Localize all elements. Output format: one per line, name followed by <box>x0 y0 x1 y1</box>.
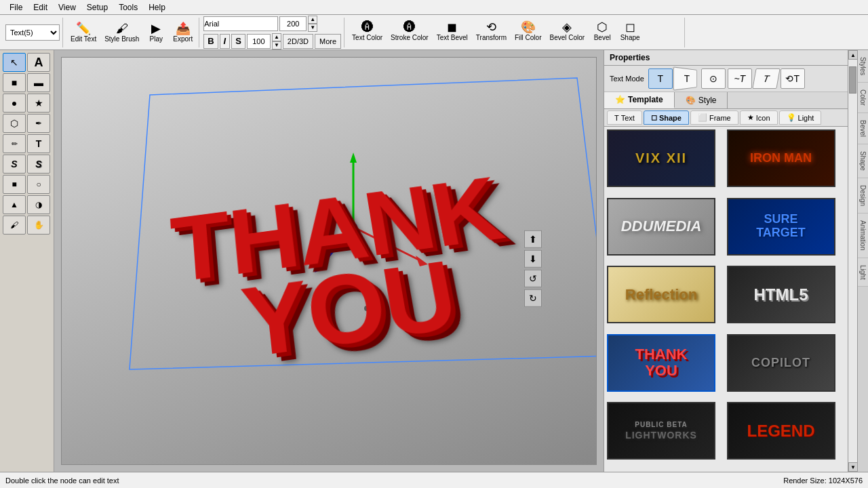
move-tool[interactable]: ✋ <box>27 216 50 235</box>
tm-icon-4[interactable]: ~T <box>728 68 752 89</box>
pen-tool[interactable]: ✒ <box>27 114 50 133</box>
triangle-tool[interactable]: ▲ <box>3 195 26 214</box>
transform-button[interactable]: ⟲ Transform <box>473 18 510 45</box>
font-size-down[interactable]: ▼ <box>308 24 317 32</box>
sub-tab-text[interactable]: T Text <box>607 110 642 125</box>
tm-icon-5[interactable]: T <box>752 68 780 89</box>
style-preview-reflection: Reflection <box>608 267 714 322</box>
s-tool-2[interactable]: S <box>27 155 50 174</box>
tm-icon-6[interactable]: ⟲T <box>781 68 805 89</box>
bevel-color-button[interactable]: ◈ Bevel Color <box>546 18 588 45</box>
font-size-small-down[interactable]: ▼ <box>272 41 281 49</box>
style-item-html5[interactable]: HTML5 <box>727 266 835 323</box>
side-tab-light[interactable]: Light <box>858 258 868 287</box>
menu-setup[interactable]: Setup <box>81 1 113 14</box>
more-button[interactable]: More <box>315 34 341 49</box>
scroll-up-arrow[interactable]: ▲ <box>848 50 858 60</box>
mini-tool-4[interactable]: ↻ <box>524 289 542 307</box>
text-tool[interactable]: A <box>27 53 50 72</box>
bold-button[interactable]: B <box>203 34 218 49</box>
text-bevel-button[interactable]: ◼ Text Bevel <box>433 18 471 45</box>
style-item-vix[interactable]: VIX XII <box>607 129 715 187</box>
font-size-up[interactable]: ▲ <box>308 16 317 24</box>
sub-tab-icon[interactable]: ★ Icon <box>740 110 778 125</box>
shape-button[interactable]: ◻ Shape <box>616 18 644 45</box>
export-button[interactable]: 📤 Export <box>170 19 196 46</box>
template-tab[interactable]: ⭐ Template <box>604 92 675 108</box>
twod3d-button[interactable]: 2D/3D <box>283 34 313 49</box>
style-item-copilot[interactable]: COPILOT <box>727 334 835 392</box>
menu-edit[interactable]: Edit <box>28 1 53 14</box>
edit-text-button[interactable]: ✏️ Edit Text <box>67 19 100 46</box>
select-tool[interactable]: ↖ <box>3 53 26 72</box>
style-item-lightworks[interactable]: PUBLIC BETA LIGHTWORKS <box>607 402 715 460</box>
arrange-button[interactable]: ⊞ Arrange <box>388 46 419 47</box>
style-item-thankyou[interactable]: THANKYOU <box>607 334 715 392</box>
rect-tool[interactable]: ■ <box>3 73 26 92</box>
style-item-reflection[interactable]: Reflection <box>607 266 715 323</box>
side-tab-bevel[interactable]: Bevel <box>858 113 868 144</box>
circle-tool[interactable]: ● <box>3 94 26 113</box>
main-layout: ↖ A ■ ▬ ● ★ ⬡ ✒ ✏ T S S ■ ○ ▲ ◑ <box>0 50 868 472</box>
shape-rect-tool[interactable]: ■ <box>3 175 26 194</box>
side-tab-color[interactable]: Color <box>858 83 868 113</box>
tm-icon-3[interactable]: ⊙ <box>701 68 726 89</box>
play-button[interactable]: ▶ Play <box>144 19 168 46</box>
shape-circle-tool[interactable]: ○ <box>27 175 50 194</box>
side-tab-styles[interactable]: Styles <box>858 50 868 83</box>
stroke-color-button[interactable]: 🅐 Stroke Color <box>387 18 432 45</box>
poly-tool[interactable]: ⬡ <box>3 114 26 133</box>
italic-button[interactable]: I <box>220 34 231 49</box>
properties-button[interactable]: ⚙ Properties <box>349 46 387 47</box>
text-color-button[interactable]: 🅐 Text Color <box>349 18 386 45</box>
style-brush-button[interactable]: 🖌 Style Brush <box>101 19 142 46</box>
style-item-suretarget[interactable]: SURETARGET <box>727 198 835 256</box>
scroll-down-arrow[interactable]: ▼ <box>848 462 858 472</box>
menu-help[interactable]: Help <box>143 1 171 14</box>
text-obj-tool[interactable]: T <box>27 134 50 153</box>
font-size-input[interactable] <box>279 16 307 31</box>
star-tool[interactable]: ★ <box>27 94 50 113</box>
menu-view[interactable]: View <box>53 1 81 14</box>
mini-tool-2[interactable]: ⬇ <box>524 250 542 268</box>
font-name-input[interactable] <box>203 16 278 31</box>
tool-row-2: ■ ▬ <box>3 73 51 92</box>
mini-tool-3[interactable]: ↺ <box>524 270 542 287</box>
sub-tab-shape[interactable]: ◻ Shape <box>644 110 689 125</box>
canvas-area[interactable]: THANK YOU ⬆ ⬇ ↺ ↻ <box>54 50 604 472</box>
text-mode-select[interactable]: Text(5) <box>5 24 60 41</box>
tm-icon-1[interactable]: T <box>648 68 673 89</box>
side-tab-design[interactable]: Design <box>858 178 868 214</box>
scroll-thumb[interactable] <box>849 66 856 94</box>
fill-color-button[interactable]: 🎨 Fill Color <box>511 18 545 45</box>
side-tab-animation[interactable]: Animation <box>858 214 868 258</box>
pencil-tool[interactable]: ✏ <box>3 134 26 153</box>
style-tab[interactable]: 🎨 Style <box>675 92 728 108</box>
menu-file[interactable]: File <box>4 1 28 14</box>
style-item-legend[interactable]: LEGEND <box>727 402 835 460</box>
font-size-small-input[interactable] <box>247 34 271 49</box>
style-item-ddumedia[interactable]: DDUMEDIA <box>607 198 715 256</box>
rounded-rect-tool[interactable]: ▬ <box>27 73 50 92</box>
scroll-track[interactable] <box>848 60 857 462</box>
bevel-button[interactable]: ⬡ Bevel <box>589 18 615 45</box>
mini-tool-1[interactable]: ⬆ <box>524 230 542 248</box>
sub-tab-light-icon: 💡 <box>787 113 796 122</box>
sub-tab-light[interactable]: 💡 Light <box>779 110 822 125</box>
menu-tools[interactable]: Tools <box>113 1 143 14</box>
side-tab-shape[interactable]: Shape <box>858 144 868 178</box>
font-size-small-up[interactable]: ▲ <box>272 33 281 41</box>
style-preview-ddumedia: DDUMEDIA <box>608 199 714 254</box>
text-mode-label: Text Mode <box>610 75 644 83</box>
sub-tab-frame[interactable]: ⬜ Frame <box>690 110 738 125</box>
tm-icon-2[interactable]: T <box>673 66 697 91</box>
left-panel: ↖ A ■ ▬ ● ★ ⬡ ✒ ✏ T S S ■ ○ ▲ ◑ <box>0 50 54 472</box>
s-tool-1[interactable]: S <box>3 155 26 174</box>
stroke-button[interactable]: S <box>231 34 245 49</box>
reflection-button[interactable]: ⫠ Reflection <box>420 46 457 47</box>
paint-tool[interactable]: 🖌 <box>3 216 26 235</box>
style-item-ironman[interactable]: IRON MAN <box>727 129 835 187</box>
background-button[interactable]: 🖼 Background <box>458 46 501 47</box>
toolbar-text-mode-section: Text(5) <box>3 18 63 47</box>
half-circle-tool[interactable]: ◑ <box>27 195 50 214</box>
